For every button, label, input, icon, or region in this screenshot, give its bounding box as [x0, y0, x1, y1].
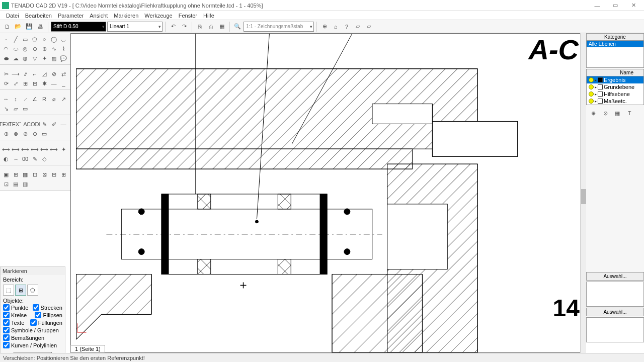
layers-icon[interactable]: ▦	[217, 22, 227, 32]
scale-dropdown[interactable]: 1:1 - Zeichnungsmaßstab	[244, 22, 314, 32]
help-icon[interactable]: ?	[342, 22, 352, 32]
meas4-icon[interactable]: ⟷	[30, 145, 39, 154]
menu-parameter[interactable]: Parameter	[55, 13, 87, 19]
meas11-icon[interactable]: ✎	[30, 154, 39, 163]
meas3-icon[interactable]: ⟷	[21, 145, 30, 154]
code-icon[interactable]: CODE	[30, 120, 39, 129]
meas1-icon[interactable]: ⟷	[2, 145, 11, 154]
point-icon[interactable]: ·	[2, 35, 11, 44]
dim-h-icon[interactable]: ↔	[2, 95, 11, 104]
block2-icon[interactable]: ⊞	[11, 170, 20, 179]
menu-werkzeuge[interactable]: Werkzeuge	[141, 13, 175, 19]
rotate-icon[interactable]: ⟳	[2, 79, 11, 88]
cb-strecken[interactable]: Strecken	[33, 304, 62, 311]
block4-icon[interactable]: ⊡	[30, 170, 39, 179]
save-icon[interactable]: 💾	[24, 22, 34, 32]
dim-a-icon[interactable]: ⟋	[21, 95, 30, 104]
spline2-icon[interactable]: ⌇	[59, 44, 68, 53]
label2-icon[interactable]: ▭	[21, 104, 30, 113]
auswahl-button-2[interactable]: Auswahl...	[586, 308, 644, 316]
marker-icon[interactable]: ✎	[40, 120, 49, 129]
cb-ellipsen[interactable]: Ellipsen	[35, 311, 62, 319]
cloud-icon[interactable]: ☁	[11, 54, 20, 63]
meas8-icon[interactable]: ◐	[2, 154, 11, 163]
break-icon[interactable]: ⊘	[49, 69, 58, 78]
lineseg2-icon[interactable]: ⎯	[59, 79, 68, 88]
auswahl-button-1[interactable]: Auswahl...	[586, 272, 644, 281]
cb-kreise[interactable]: Kreise	[3, 311, 27, 319]
redo-icon[interactable]: ↷	[179, 22, 189, 32]
fillet-icon[interactable]: ⌐	[30, 69, 39, 78]
cline6-icon[interactable]: ▭	[40, 129, 49, 138]
balloon-icon[interactable]: 💬	[59, 54, 68, 63]
layer-ergebnis[interactable]: ▸Ergebnis	[587, 76, 643, 83]
drawing-canvas[interactable]	[70, 33, 586, 353]
open-icon[interactable]: 📂	[13, 22, 23, 32]
print-icon[interactable]: 🖶	[35, 22, 45, 32]
dim-v-icon[interactable]: ↕	[11, 95, 20, 104]
menu-datei[interactable]: Datei	[3, 13, 22, 19]
trim-icon[interactable]: ✂	[2, 69, 11, 78]
close-button[interactable]: ✕	[625, 1, 642, 10]
spline-icon[interactable]: ∿	[49, 44, 58, 53]
circle-icon[interactable]: ○	[40, 35, 49, 44]
select-window-icon[interactable]: ⬚	[3, 285, 14, 296]
cb-kurven[interactable]: Kurven / Polylinien	[3, 341, 62, 349]
block7-icon[interactable]: ⊞	[59, 170, 68, 179]
lineseg-icon[interactable]: —	[49, 79, 58, 88]
arc-icon[interactable]: ◡	[59, 35, 68, 44]
cb-texte[interactable]: Texte	[3, 319, 24, 326]
meas9-icon[interactable]: ⌢	[11, 154, 20, 163]
cline2-icon[interactable]: ⊕	[2, 129, 11, 138]
block3-icon[interactable]: ▦	[21, 170, 30, 179]
cline5-icon[interactable]: ⊙	[30, 129, 39, 138]
sheet-icon[interactable]: ▱	[353, 22, 363, 32]
minimize-button[interactable]: —	[589, 1, 606, 10]
block8-icon[interactable]: ⊡	[2, 179, 11, 189]
arc2-icon[interactable]: ◠	[2, 44, 11, 53]
layer-tool2-icon[interactable]: ⊘	[600, 108, 610, 118]
paste-icon[interactable]: ⎙	[206, 22, 216, 32]
block9-icon[interactable]: ▤	[11, 179, 20, 189]
ring2-icon[interactable]: ⊙	[30, 44, 39, 53]
menu-markieren[interactable]: Markieren	[111, 13, 141, 19]
home-icon[interactable]: ⌂	[331, 22, 341, 32]
select-cross-icon[interactable]: ⊞	[15, 285, 26, 296]
page-tab-1[interactable]: 1 (Seite 1)	[70, 345, 105, 353]
copy-icon[interactable]: ⎘	[195, 22, 205, 32]
meas7-icon[interactable]: ✦	[59, 145, 68, 154]
scale-icon[interactable]: ⤢	[11, 79, 20, 88]
block1-icon[interactable]: ▣	[2, 170, 11, 179]
leader-icon[interactable]: ↗	[59, 95, 68, 104]
leader2-icon[interactable]: ↘	[2, 104, 11, 113]
circle2-icon[interactable]: ◯	[49, 35, 58, 44]
meas2-icon[interactable]: ⟷	[11, 145, 20, 154]
cb-bemassungen[interactable]: Bemaßungen	[3, 334, 62, 341]
meas6-icon[interactable]: ⟷	[49, 145, 58, 154]
star-icon[interactable]: ✦	[40, 54, 49, 63]
cb-punkte[interactable]: Punkte	[3, 304, 28, 311]
vertical-scrollbar[interactable]	[580, 33, 586, 353]
offset-icon[interactable]: ⫽	[21, 69, 30, 78]
globe-icon[interactable]: ⊕	[319, 22, 330, 32]
alle-ebenen-row[interactable]: Alle Ebenen	[587, 41, 643, 47]
cb-symbole[interactable]: Symbole / Gruppen	[3, 326, 62, 334]
chamfer-icon[interactable]: ◿	[40, 69, 49, 78]
label-icon[interactable]: ▱	[11, 104, 20, 113]
block5-icon[interactable]: ⊠	[40, 170, 49, 179]
menu-bearbeiten[interactable]: Bearbeiten	[22, 13, 55, 19]
layer-masse[interactable]: ▸Maßeetc.	[587, 98, 643, 105]
dim-r-icon[interactable]: R	[40, 95, 49, 104]
ring-icon[interactable]: ◎	[21, 44, 30, 53]
cb-fullungen[interactable]: Füllungen	[30, 319, 62, 326]
array-icon[interactable]: ⊞	[21, 79, 30, 88]
menu-ansicht[interactable]: Ansicht	[87, 13, 111, 19]
shape-icon[interactable]: ▽	[30, 54, 39, 63]
cline3-icon[interactable]: ⊗	[11, 129, 20, 138]
poly-icon[interactable]: ⬠	[30, 35, 39, 44]
explode-icon[interactable]: ✱	[40, 79, 49, 88]
layer-tool4-icon[interactable]: T	[624, 108, 634, 118]
meas12-icon[interactable]: ◇	[40, 154, 49, 163]
donut-icon[interactable]: ◍	[21, 54, 30, 63]
cline4-icon[interactable]: ⊘	[21, 129, 30, 138]
